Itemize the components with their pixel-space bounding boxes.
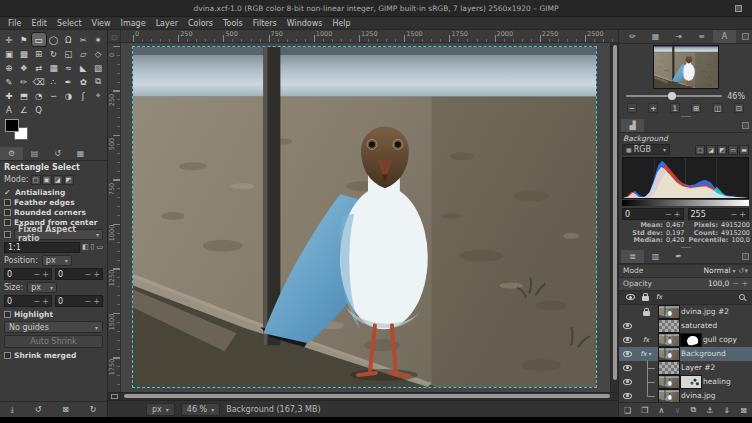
range-high-spinner[interactable]: 255−+ <box>688 208 750 220</box>
tool-text[interactable]: A <box>2 103 16 116</box>
tool-paths[interactable]: ʃ <box>76 89 90 102</box>
tool-cage-transform[interactable]: ▦ <box>47 61 61 74</box>
tool-rectangle-select[interactable]: ▭ <box>32 33 46 46</box>
horizontal-scrollbar[interactable] <box>121 393 618 400</box>
paint-tool-sampling-button[interactable]: ◩ <box>717 145 727 155</box>
menu-file[interactable]: File <box>3 17 26 30</box>
tool-ellipse-select[interactable]: ◯ <box>47 33 61 46</box>
tool-gradient[interactable]: ▨ <box>91 61 105 74</box>
zoom-in-button[interactable]: + <box>648 103 658 113</box>
restore-tool-preset-button[interactable]: ↺ <box>35 405 42 414</box>
menu-windows[interactable]: Windows <box>282 17 328 30</box>
perceptual-axis-button[interactable]: ▬ <box>739 145 749 155</box>
tool-measure[interactable]: ∠ <box>17 103 31 116</box>
intersect-selection-icon[interactable]: ◩ <box>64 175 74 185</box>
dock-menu-button[interactable] <box>742 122 749 129</box>
eye-icon[interactable] <box>626 294 635 300</box>
replace-selection-icon[interactable]: ▢ <box>31 175 41 185</box>
tool-blur-sharpen[interactable]: ◔ <box>32 89 46 102</box>
dock-tab-undo-history-tab[interactable]: ↺ <box>46 147 69 160</box>
tool-clone[interactable]: ⧉ <box>91 75 105 88</box>
zoom-1-1-button[interactable]: 1 <box>670 103 680 113</box>
fixed-checkbox[interactable]: Fixed Aspect ratio ▾ <box>4 229 103 239</box>
feather-edges-checkbox[interactable]: Feather edges <box>4 197 103 207</box>
layer-row-dvina-jpg-2[interactable]: dvina.jpg #2 <box>619 305 752 319</box>
raise-layer-button[interactable]: ∧ <box>659 406 665 415</box>
layer-visibility-toggle[interactable] <box>621 393 633 399</box>
layer-thumbnail[interactable] <box>659 348 679 360</box>
vertical-scrollbar-thumb[interactable] <box>613 45 617 380</box>
dock-tab-channels-tab[interactable]: ▥ <box>644 250 667 263</box>
layer-row-healing[interactable]: healing <box>619 375 752 389</box>
window-control-button[interactable] <box>735 5 742 12</box>
position-x-spinner[interactable]: 0−+ <box>4 268 52 280</box>
logarithmic-histogram-button[interactable]: ◪ <box>706 145 716 155</box>
reduce-window-button[interactable]: ⊡ <box>734 103 744 113</box>
tool-color-picker[interactable]: ⌖ <box>91 89 105 102</box>
fit-image-in-window-button[interactable]: ⊞ <box>691 103 701 113</box>
add-selection-icon[interactable]: ▣ <box>42 175 52 185</box>
tool-free-select[interactable]: Ω <box>61 33 75 46</box>
dock-tab-images-tab[interactable]: ▦ <box>69 147 92 160</box>
dock-tab-tool-options-tab[interactable]: ⚙ <box>0 147 23 160</box>
layer-visibility-toggle[interactable] <box>621 379 633 385</box>
layer-thumbnail[interactable] <box>659 362 679 374</box>
linear-histogram-button[interactable]: □ <box>695 145 705 155</box>
tool-shear[interactable]: ▱ <box>76 47 90 60</box>
horizontal-scrollbar-thumb[interactable] <box>124 394 610 398</box>
menu-edit[interactable]: Edit <box>26 17 52 30</box>
menu-colors[interactable]: Colors <box>183 17 218 30</box>
menu-layer[interactable]: Layer <box>151 17 183 30</box>
size-y-spinner[interactable]: 0−+ <box>55 295 103 307</box>
merge-down-button[interactable]: ⇓ <box>723 406 730 415</box>
checkbox-box[interactable] <box>4 219 11 226</box>
dock-tab-patterns-tab[interactable]: ▦ <box>644 30 667 43</box>
fixed-checkbox-box[interactable] <box>4 231 11 238</box>
checkbox-box[interactable] <box>4 352 11 359</box>
size-x-spinner[interactable]: 0−+ <box>4 295 52 307</box>
layer-mask-thumbnail[interactable] <box>681 376 701 388</box>
foreground-color-swatch[interactable] <box>5 119 19 132</box>
dock-tab-paths-tab[interactable]: ✒ <box>667 250 690 263</box>
dock-tab-device-status-tab[interactable]: ▤ <box>23 147 46 160</box>
layer-mode-select[interactable]: Normal▾ <box>703 266 735 275</box>
delete-layer-button[interactable]: ⊠ <box>740 406 747 415</box>
navigation-preview[interactable] <box>654 46 718 88</box>
lock-icon[interactable] <box>642 296 649 301</box>
position-y-spinner[interactable]: 0−+ <box>55 268 103 280</box>
dock-menu-button[interactable] <box>742 33 749 40</box>
eye-icon[interactable] <box>623 351 632 357</box>
canvas-viewport[interactable] <box>121 43 610 392</box>
checkbox-box[interactable] <box>4 199 11 206</box>
tool-unified-transform[interactable]: ⊕ <box>2 61 16 74</box>
ruler-corner[interactable]: ▢ <box>108 30 121 43</box>
layer-mask-thumbnail[interactable] <box>681 334 701 346</box>
lock-icon[interactable] <box>643 311 650 316</box>
dock-tab-histogram-tab[interactable]: ▟ <box>621 119 644 132</box>
layer-thumbnail[interactable] <box>659 390 679 402</box>
histogram-graph[interactable] <box>622 157 749 199</box>
dock-tab-fonts-tab[interactable]: A <box>713 30 736 43</box>
zoom-slider[interactable] <box>626 95 722 97</box>
dock-tab-mypaint-brushes-tab[interactable]: ≡ <box>690 30 713 43</box>
lower-layer-button[interactable]: ∨ <box>674 406 680 415</box>
tool-bucket-fill[interactable]: ◣ <box>76 61 90 74</box>
menu-select[interactable]: Select <box>52 17 87 30</box>
tool-select-by-color[interactable]: ▣ <box>2 47 16 60</box>
tool-perspective-clone[interactable]: ⬒ <box>17 89 31 102</box>
tool-eraser[interactable]: ⌫ <box>32 75 46 88</box>
layer-row-layer-2[interactable]: Layer #2 <box>619 361 752 375</box>
canvas-image[interactable] <box>132 46 597 388</box>
tool-mypaint-brush[interactable]: ✿ <box>76 75 90 88</box>
highlight-checkbox[interactable]: Highlight <box>4 309 103 319</box>
portrait-icon[interactable]: ▯ <box>91 243 95 251</box>
menu-image[interactable]: Image <box>116 17 151 30</box>
new-layer-group-button[interactable]: ❐ <box>641 406 648 415</box>
tool-airbrush[interactable]: ∴ <box>47 75 61 88</box>
layer-row-dvina-jpg[interactable]: dvina.jpg <box>619 389 752 403</box>
layer-opacity-slider[interactable]: Opacity 100,0 −+ <box>619 277 752 290</box>
tool-warp-transform[interactable]: ≈ <box>61 61 75 74</box>
dock-tab-brushes-tab[interactable]: ✏ <box>621 30 644 43</box>
zoom-out-button[interactable]: − <box>627 103 637 113</box>
layer-row-saturated[interactable]: saturated <box>619 319 752 333</box>
